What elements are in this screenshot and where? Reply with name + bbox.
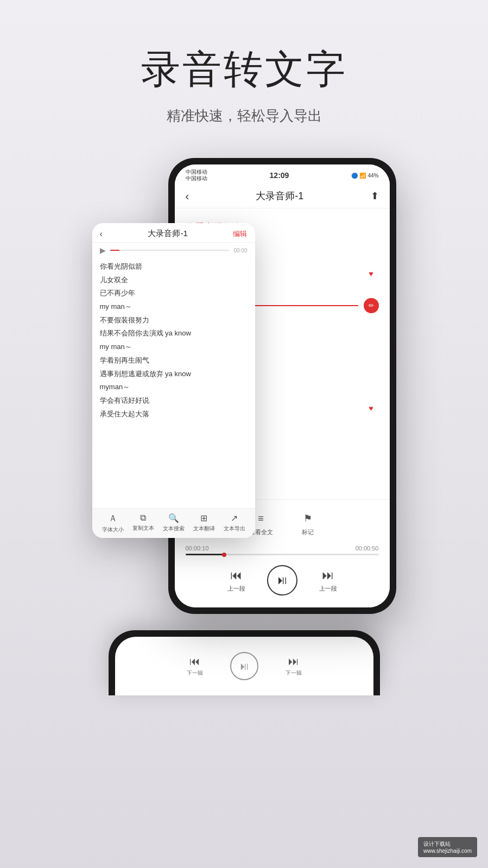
phone2-progress: ▶ 00:00 bbox=[92, 243, 255, 257]
time-start: 00:00:10 bbox=[186, 545, 209, 552]
toolbar-search-label: 文本搜索 bbox=[163, 525, 185, 533]
font-size-icon: Ａ bbox=[109, 513, 117, 524]
phone2-header: ‹ 大录音师-1 编辑 bbox=[92, 223, 255, 243]
battery-text: 44% bbox=[367, 173, 378, 179]
watermark-line1: 设计下载站 bbox=[423, 840, 472, 848]
carrier-text: 中国移动 中国移动 bbox=[186, 169, 207, 182]
progress-dot bbox=[222, 553, 226, 557]
phone2-play-small-icon: ▶ bbox=[100, 246, 106, 255]
phone2-edit-button[interactable]: 编辑 bbox=[233, 229, 247, 239]
phone2-toolbar: Ａ 字体大小 ⧉ 复制文本 🔍 文本搜索 ⊞ 文本翻译 ↗ 文本导出 bbox=[92, 508, 255, 538]
toolbar-translate-label: 文本翻译 bbox=[193, 525, 215, 533]
back-button[interactable]: ‹ bbox=[186, 190, 189, 202]
play-button[interactable]: ⏯ bbox=[267, 565, 297, 595]
share-button[interactable]: ⬆ bbox=[371, 190, 379, 202]
playback-controls: ⏮ 上一段 ⏯ ⏭ 上一段 bbox=[175, 560, 390, 603]
phone2-progress-bar[interactable] bbox=[110, 250, 230, 251]
play-icon: ⏯ bbox=[276, 573, 288, 587]
bp-next-button[interactable]: ⏭ 下一辑 bbox=[286, 655, 302, 677]
toolbar-copy-text[interactable]: ⧉ 复制文本 bbox=[132, 513, 154, 534]
toolbar-export[interactable]: ↗ 文本导出 bbox=[224, 513, 245, 534]
edit-icon[interactable]: ✏ bbox=[364, 298, 379, 313]
prev-label: 上一段 bbox=[227, 585, 245, 593]
watermark-line2: www.shejizhaiji.com bbox=[423, 848, 472, 854]
prev-icon: ⏮ bbox=[230, 568, 242, 582]
phone2-back-button[interactable]: ‹ bbox=[100, 229, 103, 239]
status-bar: 中国移动 中国移动 12:09 🔵 📶 44% bbox=[175, 164, 390, 184]
p2-line-1: 你看光阴似箭 bbox=[100, 260, 248, 274]
export-icon: ↗ bbox=[231, 513, 238, 523]
toolbar-translate[interactable]: ⊞ 文本翻译 bbox=[193, 513, 215, 534]
toolbar-font-size-label: 字体大小 bbox=[102, 526, 124, 534]
bp-next-icon: ⏭ bbox=[288, 655, 299, 668]
next-label: 上一段 bbox=[319, 585, 337, 593]
p2-line-8: 学着别再生闹气 bbox=[100, 354, 248, 368]
bookmark-action[interactable]: ⚑ 标记 bbox=[300, 511, 315, 536]
copy-icon: ⧉ bbox=[140, 513, 146, 523]
prev-button[interactable]: ⏮ 上一段 bbox=[227, 568, 245, 593]
bp-prev-button[interactable]: ⏮ 下一辑 bbox=[187, 655, 203, 677]
bluetooth-icon: 🔵 bbox=[351, 173, 358, 179]
phone2-progress-fill bbox=[110, 250, 120, 251]
p2-line-4: my man～ bbox=[100, 300, 248, 314]
progress-fill bbox=[186, 554, 224, 555]
next-icon: ⏭ bbox=[322, 568, 334, 582]
p2-line-2: 儿女双全 bbox=[100, 274, 248, 287]
app-title: 大录音师-1 bbox=[256, 189, 303, 202]
bp-play-icon: ⏯ bbox=[239, 660, 250, 673]
p2-line-12: 承受住大起大落 bbox=[100, 408, 248, 421]
page-title: 录音转文字 bbox=[141, 43, 347, 96]
p2-line-7: my man～ bbox=[100, 340, 248, 354]
phone-second: ‹ 大录音师-1 编辑 ▶ 00:00 你看光阴似箭 儿女双全 已不再少年 my… bbox=[92, 223, 255, 538]
p2-line-11: 学会有话好好说 bbox=[100, 394, 248, 408]
phone-mockup-container: 中国移动 中国移动 12:09 🔵 📶 44% ‹ 大录音师-1 ⬆ 你看光阴似… bbox=[92, 158, 396, 647]
bp-prev-icon: ⏮ bbox=[189, 655, 200, 668]
bp-prev-label: 下一辑 bbox=[187, 669, 203, 677]
time-end: 00:00:50 bbox=[356, 545, 379, 552]
translate-icon: ⊞ bbox=[200, 513, 207, 523]
app-header: ‹ 大录音师-1 ⬆ bbox=[175, 184, 390, 208]
p2-line-5: 不要假装很努力 bbox=[100, 314, 248, 327]
search-icon: 🔍 bbox=[168, 513, 179, 523]
heart-icon-2: ♥ bbox=[369, 404, 373, 413]
phone2-lyrics: 你看光阴似箭 儿女双全 已不再少年 my man～ 不要假装很努力 结果不会陪你… bbox=[92, 257, 255, 508]
p2-line-9: 遇事别想逃避或放弃 ya know bbox=[100, 368, 248, 381]
toolbar-search[interactable]: 🔍 文本搜索 bbox=[163, 513, 185, 534]
toolbar-font-size[interactable]: Ａ 字体大小 bbox=[102, 513, 124, 534]
p2-line-3: 已不再少年 bbox=[100, 287, 248, 300]
p2-line-10: myman～ bbox=[100, 381, 248, 394]
status-icons: 🔵 📶 44% bbox=[351, 173, 378, 179]
heart-icon: ♥ bbox=[369, 269, 373, 278]
wifi-icon: 📶 bbox=[359, 173, 366, 179]
watermark: 设计下载站 www.shejizhaiji.com bbox=[418, 837, 477, 857]
p2-line-6: 结果不会陪你去演戏 ya know bbox=[100, 327, 248, 340]
bottom-partial-controls: ⏮ 下一辑 ⏯ ⏭ 下一辑 bbox=[170, 647, 318, 686]
progress-bar[interactable] bbox=[186, 554, 379, 555]
next-button[interactable]: ⏭ 上一段 bbox=[319, 568, 337, 593]
phone2-title: 大录音师-1 bbox=[148, 229, 187, 239]
progress-section: 00:00:10 00:00:50 bbox=[175, 541, 390, 560]
page-subtitle: 精准快速，轻松导入导出 bbox=[141, 106, 347, 125]
toolbar-copy-label: 复制文本 bbox=[132, 524, 154, 532]
view-all-icon: ≡ bbox=[253, 511, 269, 526]
phone2-time: 00:00 bbox=[233, 248, 247, 254]
status-time: 12:09 bbox=[270, 171, 289, 180]
bp-next-label: 下一辑 bbox=[286, 669, 302, 677]
bookmark-icon: ⚑ bbox=[300, 511, 315, 526]
toolbar-export-label: 文本导出 bbox=[224, 525, 245, 533]
bp-play-button[interactable]: ⏯ bbox=[230, 652, 258, 680]
bookmark-label: 标记 bbox=[302, 528, 314, 536]
